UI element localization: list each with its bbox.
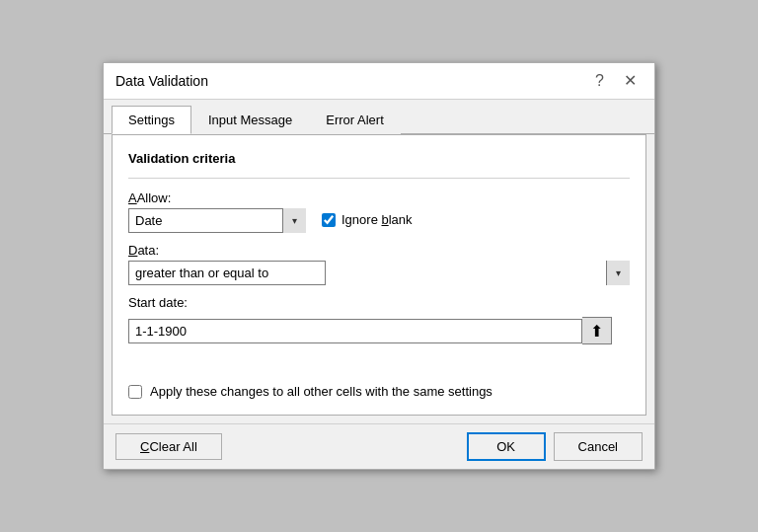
section-title: Validation criteria [128, 151, 630, 166]
data-validation-dialog: Data Validation ? ✕ Settings Input Messa… [103, 62, 655, 470]
ignore-blank-label: Ignore blank [341, 212, 413, 227]
dialog-footer: CClear All OK Cancel [104, 423, 654, 469]
title-bar: Data Validation ? ✕ [104, 63, 654, 100]
allow-group: AAllow: Any value Whole number Decimal L… [128, 190, 306, 233]
allow-row: AAllow: Any value Whole number Decimal L… [128, 190, 630, 233]
apply-changes-row: Apply these changes to all other cells w… [128, 384, 630, 399]
data-label: Data: [128, 243, 630, 258]
ignore-blank-group: Ignore blank [322, 212, 413, 227]
start-date-picker-button[interactable]: ⬆ [582, 317, 612, 344]
tab-input-message[interactable]: Input Message [191, 106, 309, 134]
start-date-label: Start date: [128, 295, 630, 310]
apply-changes-label: Apply these changes to all other cells w… [150, 384, 493, 399]
allow-select-wrapper: Any value Whole number Decimal List Date… [128, 208, 306, 233]
data-select-arrow: ▾ [606, 261, 630, 285]
data-select[interactable]: between not between equal to not equal t… [128, 261, 326, 285]
tab-bar: Settings Input Message Error Alert [104, 100, 654, 134]
allow-label: AAllow: [128, 190, 306, 205]
start-date-input-row: ⬆ [128, 317, 630, 344]
start-date-group: Start date: ⬆ [128, 295, 630, 344]
data-group: Data: between not between equal to not e… [128, 243, 630, 285]
tab-settings[interactable]: Settings [112, 106, 191, 134]
footer-right: OK Cancel [467, 432, 643, 461]
help-button[interactable]: ? [589, 71, 610, 91]
section-divider [128, 178, 630, 179]
start-date-input[interactable] [128, 319, 582, 343]
close-button[interactable]: ✕ [618, 71, 643, 91]
settings-panel: Validation criteria AAllow: Any value Wh… [112, 134, 646, 416]
ignore-blank-checkbox[interactable] [322, 213, 336, 227]
ok-button[interactable]: OK [467, 432, 546, 461]
apply-changes-checkbox[interactable] [128, 385, 142, 399]
title-bar-controls: ? ✕ [589, 71, 643, 91]
cancel-button[interactable]: Cancel [554, 432, 643, 461]
data-select-wrapper: between not between equal to not equal t… [128, 261, 630, 285]
footer-left: CClear All [115, 433, 222, 460]
allow-select[interactable]: Any value Whole number Decimal List Date… [128, 208, 306, 233]
tab-error-alert[interactable]: Error Alert [309, 106, 401, 134]
clear-all-button[interactable]: CClear All [115, 433, 222, 460]
dialog-title: Data Validation [115, 73, 208, 89]
